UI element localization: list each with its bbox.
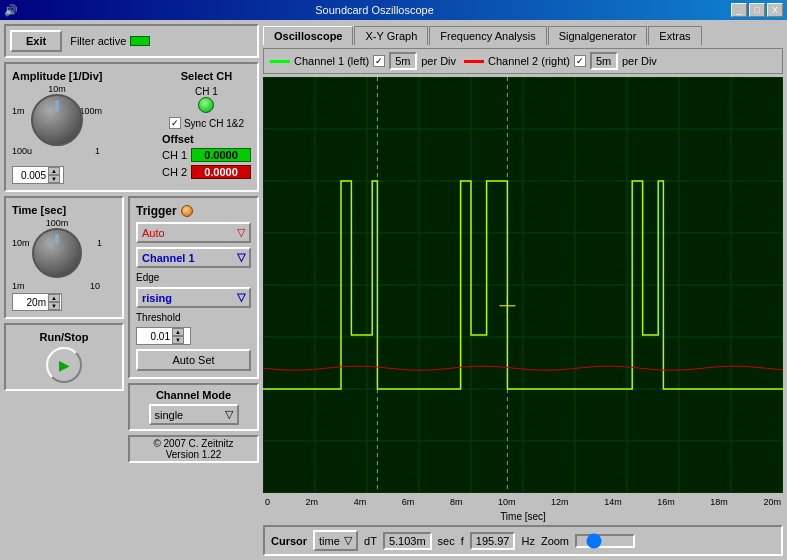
osc-canvas	[263, 77, 783, 493]
trigger-mode-arrow: ▽	[237, 226, 245, 239]
offset-section: Offset CH 1 CH 2	[162, 133, 251, 179]
runstop-button[interactable]: ▶	[46, 347, 82, 383]
time-label-top: 100m	[46, 218, 69, 228]
ch1-header-label: Channel 1 (left)	[294, 55, 369, 67]
trigger-led	[181, 205, 193, 217]
threshold-spinbox[interactable]: 0.01 ▲ ▼	[136, 327, 191, 345]
threshold-value: 0.01	[137, 331, 172, 342]
edge-arrow: ▽	[237, 291, 245, 304]
x-axis-labels: 0 2m 4m 6m 8m 10m 12m 14m 16m 18m 20m	[263, 496, 783, 508]
tab-xy-graph[interactable]: X-Y Graph	[354, 26, 428, 45]
tab-frequency-analysis[interactable]: Frequency Analysis	[429, 26, 546, 45]
dt-unit: sec	[438, 535, 455, 547]
ch1-per-div-input[interactable]	[389, 52, 417, 70]
dt-value-field: 5.103m	[383, 532, 432, 550]
trigger-section: Trigger Auto ▽ Channel 1 ▽ Edge rising	[128, 196, 259, 379]
dt-value: 5.103m	[389, 535, 426, 547]
trigger-channel-dropdown[interactable]: Channel 1 ▽	[136, 247, 251, 268]
exit-button[interactable]: Exit	[10, 30, 62, 52]
amplitude-down-button[interactable]: ▼	[48, 175, 60, 183]
f-unit: Hz	[521, 535, 534, 547]
window-icon: 🔊	[4, 4, 18, 17]
f-value: 195.97	[476, 535, 510, 547]
amplitude-up-button[interactable]: ▲	[48, 167, 60, 175]
amplitude-knob[interactable]	[31, 94, 83, 146]
trigger-title: Trigger	[136, 204, 251, 218]
threshold-label: Threshold	[136, 312, 251, 323]
ch1-indicator: CH 1	[195, 86, 218, 113]
sync-row: ✓ Sync CH 1&2	[169, 117, 244, 129]
copyright-text: © 2007 C. Zeitnitz Version 1.22	[153, 438, 233, 460]
threshold-spin-buttons[interactable]: ▲ ▼	[172, 328, 184, 344]
title-bar: 🔊 Soundcard Oszilloscope _ □ X	[0, 0, 787, 20]
cursor-mode-dropdown[interactable]: time ▽	[313, 530, 358, 551]
x-axis-title: Time [sec]	[263, 511, 783, 522]
offset-label: Offset	[162, 133, 251, 145]
time-knob[interactable]	[32, 228, 82, 278]
top-row: Exit Filter active	[4, 24, 259, 58]
osc-display	[263, 77, 783, 493]
ch2-per-div-input[interactable]	[590, 52, 618, 70]
ch1-offset-input[interactable]	[191, 148, 251, 162]
time-section: Time [sec] 100m 10m 1 1m 10 20m	[4, 196, 124, 319]
threshold-down-button[interactable]: ▼	[172, 336, 184, 344]
time-down-button[interactable]: ▼	[48, 302, 60, 310]
cursor-mode-value: time	[319, 535, 340, 547]
ch1-per-div-label: per Div	[421, 55, 456, 67]
runstop-title: Run/Stop	[40, 331, 89, 343]
sync-checkbox[interactable]: ✓	[169, 117, 181, 129]
amplitude-title: Amplitude [1/Div]	[12, 70, 102, 82]
ch2-offset-row: CH 2	[162, 165, 251, 179]
amp-label-right: 100m	[79, 106, 102, 116]
time-value: 20m	[13, 297, 48, 308]
edge-label: Edge	[136, 272, 251, 283]
right-panel: Oscilloscope X-Y Graph Frequency Analysi…	[263, 24, 783, 556]
amp-label-top: 10m	[48, 84, 66, 94]
amp-label-left: 1m	[12, 106, 25, 116]
ch2-offset-label: CH 2	[162, 166, 187, 178]
filter-led	[130, 36, 150, 46]
minimize-button[interactable]: _	[731, 3, 747, 17]
amplitude-spinbox[interactable]: 0.005 ▲ ▼	[12, 166, 64, 184]
trigger-mode-dropdown[interactable]: Auto ▽	[136, 222, 251, 243]
tab-signalgenerator[interactable]: Signalgenerator	[548, 26, 648, 45]
time-spinbox[interactable]: 20m ▲ ▼	[12, 293, 62, 311]
channel-mode-arrow: ▽	[225, 408, 233, 421]
time-up-button[interactable]: ▲	[48, 294, 60, 302]
amp-label-bottomright: 1	[95, 146, 100, 156]
time-spin-buttons[interactable]: ▲ ▼	[48, 294, 60, 310]
title-bar-text: Soundcard Oszilloscope	[315, 4, 434, 16]
amp-label-bottomleft: 100u	[12, 146, 32, 156]
channel-mode-label: Channel Mode	[156, 389, 231, 401]
ch2-line	[464, 60, 484, 63]
channel-mode-dropdown[interactable]: single ▽	[149, 404, 239, 425]
amplitude-section: Amplitude [1/Div] 10m 1m 100m 100u 1	[4, 62, 259, 192]
edge-dropdown[interactable]: rising ▽	[136, 287, 251, 308]
ch1-indicator-header: Channel 1 (left) ✓ per Div	[270, 52, 456, 70]
zoom-slider[interactable]	[575, 534, 635, 548]
sync-label: Sync CH 1&2	[184, 118, 244, 129]
close-button[interactable]: X	[767, 3, 783, 17]
bottom-two-col: Time [sec] 100m 10m 1 1m 10 20m	[4, 196, 259, 556]
channel-mode-section: Channel Mode single ▽	[128, 383, 259, 431]
ch2-visible-checkbox[interactable]: ✓	[574, 55, 586, 67]
auto-set-button[interactable]: Auto Set	[136, 349, 251, 371]
bottom-bar: Cursor time ▽ dT 5.103m sec f 195.97 Hz …	[263, 525, 783, 556]
amplitude-value: 0.005	[13, 170, 48, 181]
time-label-bottomright: 10	[90, 281, 100, 291]
f-label: f	[461, 535, 464, 547]
trigger-channel-value: Channel 1	[142, 252, 195, 264]
ch1-visible-checkbox[interactable]: ✓	[373, 55, 385, 67]
tab-oscilloscope[interactable]: Oscilloscope	[263, 26, 353, 45]
filter-label: Filter active	[70, 35, 126, 47]
ch2-offset-input[interactable]	[191, 165, 251, 179]
osc-header: Channel 1 (left) ✓ per Div Channel 2 (ri…	[263, 48, 783, 74]
tab-extras[interactable]: Extras	[648, 26, 701, 45]
amplitude-spin-buttons[interactable]: ▲ ▼	[48, 167, 60, 183]
trigger-mode-value: Auto	[142, 227, 165, 239]
maximize-button[interactable]: □	[749, 3, 765, 17]
time-title: Time [sec]	[12, 204, 116, 216]
threshold-up-button[interactable]: ▲	[172, 328, 184, 336]
ch1-led	[198, 97, 214, 113]
trigger-label: Trigger	[136, 204, 177, 218]
